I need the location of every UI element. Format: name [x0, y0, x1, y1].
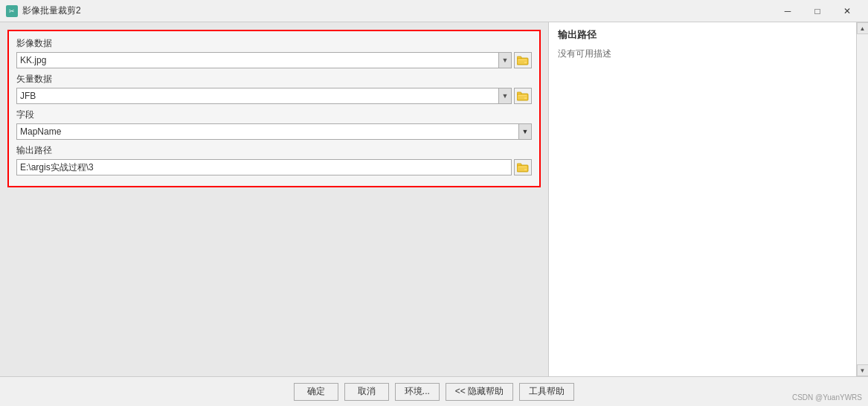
output-path-input[interactable]: [16, 159, 512, 175]
field-group: 字段 ▼: [16, 109, 532, 140]
main-content: 影像数据 ▼: [0, 22, 868, 376]
hide-help-button[interactable]: << 隐藏帮助: [446, 383, 513, 401]
env-button[interactable]: 环境...: [395, 383, 440, 401]
vector-data-group: 矢量数据 ▼: [16, 73, 532, 104]
image-data-group: 影像数据 ▼: [16, 37, 532, 68]
folder-icon: [517, 55, 529, 65]
titlebar: ✂ 影像批量裁剪2 ─ □ ✕: [0, 0, 868, 22]
svg-rect-1: [517, 57, 521, 59]
vector-dropdown-arrow-icon: ▼: [502, 92, 509, 100]
close-button[interactable]: ✕: [832, 0, 862, 22]
maximize-button[interactable]: □: [803, 0, 832, 22]
right-panel-scroll[interactable]: 没有可用描述: [549, 48, 856, 376]
output-path-folder-btn[interactable]: [514, 159, 532, 175]
image-data-dropdown-btn[interactable]: ▼: [498, 52, 512, 68]
svg-rect-12: [518, 166, 527, 171]
bottom-bar: 确定 取消 环境... << 隐藏帮助 工具帮助: [0, 376, 868, 406]
titlebar-controls: ─ □ ✕: [773, 0, 862, 22]
tool-help-button[interactable]: 工具帮助: [519, 383, 574, 401]
right-panel-description: 没有可用描述: [558, 48, 611, 59]
app-icon: ✂: [6, 5, 18, 17]
cancel-button[interactable]: 取消: [344, 383, 389, 401]
vector-data-dropdown-btn[interactable]: ▼: [498, 88, 512, 104]
watermark: CSDN @YuanYWRS: [792, 393, 862, 402]
right-panel: 输出路径 没有可用描述 ▲ ▼: [548, 22, 868, 376]
vector-data-combo: ▼: [16, 88, 512, 104]
output-path-label: 输出路径: [16, 144, 532, 157]
field-row: ▼: [16, 123, 532, 140]
image-data-row: ▼: [16, 52, 532, 68]
image-data-label: 影像数据: [16, 37, 532, 50]
form-section: 影像数据 ▼: [7, 30, 541, 187]
vector-data-row: ▼: [16, 88, 532, 104]
field-label: 字段: [16, 109, 532, 121]
scroll-down-button[interactable]: ▼: [857, 364, 869, 376]
field-dropdown-btn[interactable]: ▼: [518, 123, 532, 140]
left-panel: 影像数据 ▼: [0, 22, 548, 376]
output-path-group: 输出路径: [16, 144, 532, 175]
field-dropdown-arrow-icon: ▼: [522, 128, 529, 135]
svg-rect-6: [517, 92, 521, 94]
svg-rect-2: [518, 59, 527, 64]
svg-rect-7: [518, 94, 527, 100]
vector-data-folder-btn[interactable]: [514, 88, 532, 104]
vector-data-input[interactable]: [16, 88, 498, 104]
confirm-button[interactable]: 确定: [294, 383, 338, 401]
minimize-button[interactable]: ─: [773, 0, 803, 22]
image-data-folder-btn[interactable]: [514, 52, 532, 68]
image-dropdown-arrow-icon: ▼: [502, 57, 509, 64]
right-panel-scrollbar: ▲ ▼: [856, 22, 868, 376]
scroll-up-button[interactable]: ▲: [857, 22, 869, 34]
output-path-row: [16, 159, 532, 175]
right-panel-header: 输出路径: [549, 22, 856, 48]
folder-icon-2: [517, 91, 529, 101]
field-input[interactable]: [16, 123, 518, 140]
titlebar-title: 影像批量裁剪2: [22, 4, 773, 17]
right-panel-inner: 输出路径 没有可用描述 ▲ ▼: [549, 22, 868, 376]
vector-data-label: 矢量数据: [16, 73, 532, 86]
svg-rect-11: [517, 164, 521, 166]
image-data-input[interactable]: [16, 52, 498, 68]
image-data-combo: ▼: [16, 52, 512, 68]
field-select-wrapper: ▼: [16, 123, 532, 140]
folder-icon-3: [517, 162, 529, 173]
right-panel-title: 输出路径: [558, 29, 597, 40]
